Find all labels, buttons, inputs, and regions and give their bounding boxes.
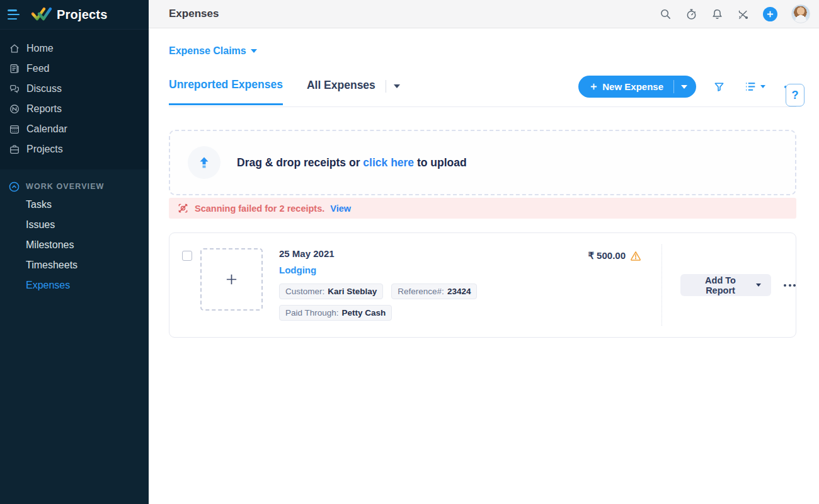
sidebar: Projects Home Feed Discuss Reports Calen…: [0, 0, 149, 504]
list-view-button[interactable]: [744, 80, 765, 93]
sidebar-item-expenses[interactable]: Expenses: [0, 275, 149, 295]
sidebar-item-calendar[interactable]: Calendar: [0, 119, 149, 139]
upload-arrow-icon: [197, 156, 211, 169]
tab-actions: New Expense: [578, 76, 796, 98]
view-selector-dropdown[interactable]: Expense Claims: [169, 45, 257, 57]
feed-icon: [9, 63, 20, 74]
search-icon[interactable]: [660, 8, 672, 20]
sidebar-item-timesheets[interactable]: Timesheets: [0, 255, 149, 275]
plus-icon: [225, 273, 238, 286]
timer-icon[interactable]: [685, 8, 697, 20]
brand-name: Projects: [57, 8, 108, 22]
chevron-down-icon: [251, 49, 257, 53]
expense-row: 25 May 2021 Lodging Customer:Kari Stebla…: [169, 232, 796, 338]
banner-view-link[interactable]: View: [330, 203, 351, 214]
sidebar-item-discuss[interactable]: Discuss: [0, 79, 149, 99]
click-here-link[interactable]: click here: [363, 156, 414, 169]
tabs-row: Unreported Expenses All Expenses New Exp…: [169, 76, 796, 107]
add-to-report-button[interactable]: Add To Report: [680, 274, 771, 296]
banner-message: Scanning failed for 2 receipts.: [195, 203, 324, 214]
receipt-dropzone[interactable]: Drag & drop receipts or click here to up…: [169, 130, 796, 195]
upload-circle: [188, 146, 220, 179]
add-receipt-placeholder[interactable]: [200, 248, 263, 311]
main-area: Expenses: [149, 0, 819, 504]
expense-details: 25 May 2021 Lodging Customer:Kari Stebla…: [279, 248, 542, 321]
topbar-actions: [660, 4, 810, 23]
work-overview-section: WORK OVERVIEW Tasks Issues Milestones Ti…: [0, 169, 149, 504]
topbar: Expenses: [149, 0, 819, 28]
tab-dropdown-icon[interactable]: [394, 84, 400, 88]
tab-unreported-expenses[interactable]: Unreported Expenses: [169, 78, 283, 105]
home-icon: [9, 43, 20, 54]
tab-separator: [386, 80, 386, 93]
chevron-up-circle-icon: [9, 181, 20, 192]
ellipsis-icon: [784, 284, 796, 287]
expense-amount: ₹ 500.00: [588, 250, 626, 261]
dropzone-text: Drag & drop receipts or click here to up…: [237, 156, 467, 169]
row-checkbox[interactable]: [182, 251, 192, 261]
content: Expense Claims Unreported Expenses All E…: [149, 28, 819, 504]
sidebar-item-tasks[interactable]: Tasks: [0, 195, 149, 215]
new-expense-button[interactable]: New Expense: [578, 76, 673, 98]
tools-icon[interactable]: [737, 8, 749, 20]
expense-field-chips: Customer:Kari Steblay Reference#:23424 P…: [279, 284, 487, 321]
page-title: Expenses: [169, 8, 219, 20]
paid-through-chip: Paid Through:Petty Cash: [279, 305, 392, 321]
help-button[interactable]: ?: [786, 84, 805, 106]
logo-row: Projects: [0, 0, 149, 30]
tab-all-expenses[interactable]: All Expenses: [307, 79, 375, 104]
customer-chip: Customer:Kari Steblay: [279, 284, 383, 299]
reference-chip: Reference#:23424: [391, 284, 477, 299]
chevron-down-icon: [760, 85, 765, 88]
projects-logo-icon: [30, 6, 53, 23]
new-expense-dropdown-button[interactable]: [674, 76, 696, 98]
warning-icon: [630, 250, 641, 261]
calendar-icon: [9, 123, 20, 135]
plus-icon: [590, 83, 598, 91]
sidebar-item-reports[interactable]: Reports: [0, 99, 149, 119]
quick-add-button[interactable]: [763, 7, 777, 21]
plus-icon: [766, 10, 774, 18]
app-window: Projects Home Feed Discuss Reports Calen…: [0, 0, 819, 504]
sidebar-item-milestones[interactable]: Milestones: [0, 235, 149, 255]
list-view-icon: [744, 80, 757, 93]
scan-failed-banner: Scanning failed for 2 receipts. View: [169, 198, 796, 219]
chevron-down-icon: [756, 284, 761, 287]
new-expense-split-button: New Expense: [578, 76, 696, 98]
work-overview-header[interactable]: WORK OVERVIEW: [0, 178, 149, 195]
expense-actions: Add To Report: [662, 274, 796, 296]
expense-date: 25 May 2021: [279, 248, 542, 259]
scan-failed-icon: [178, 203, 188, 214]
reports-icon: [9, 103, 20, 115]
sidebar-item-projects[interactable]: Projects: [0, 139, 149, 159]
notifications-bell-icon[interactable]: [711, 8, 723, 20]
chevron-down-icon: [681, 85, 687, 89]
sidebar-item-feed[interactable]: Feed: [0, 59, 149, 79]
expense-category-link[interactable]: Lodging: [279, 265, 542, 275]
discuss-icon: [9, 83, 20, 94]
briefcase-icon: [9, 144, 20, 155]
hamburger-menu-icon[interactable]: [8, 9, 21, 20]
expense-amount-block: ₹ 500.00: [542, 250, 641, 261]
sidebar-item-issues[interactable]: Issues: [0, 215, 149, 235]
sidebar-nav: Home Feed Discuss Reports Calendar Proje…: [0, 30, 149, 159]
filter-funnel-icon: [713, 81, 725, 93]
user-avatar[interactable]: [791, 4, 810, 23]
filter-button[interactable]: [713, 81, 725, 93]
row-more-options-button[interactable]: [784, 284, 796, 287]
sidebar-item-home[interactable]: Home: [0, 38, 149, 59]
